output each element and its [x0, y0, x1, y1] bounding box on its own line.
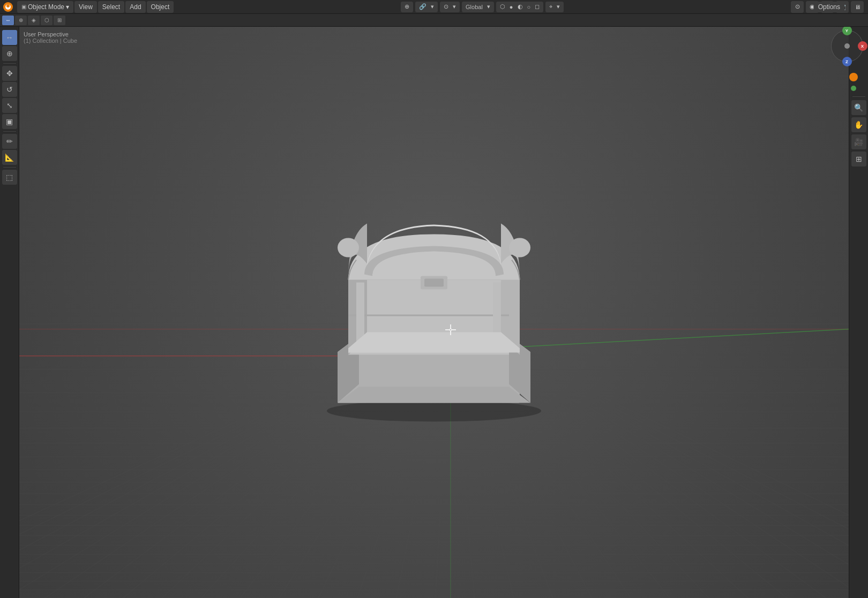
- global-dropdown[interactable]: ▾: [485, 3, 492, 10]
- global-label-btn[interactable]: Global: [464, 4, 484, 10]
- snap-dropdown[interactable]: ▾: [429, 3, 436, 10]
- transform-tool-btn[interactable]: ▣: [2, 114, 17, 129]
- pan-btn[interactable]: ✋: [851, 117, 866, 132]
- nav-gizmo-container: Y X Z: [831, 30, 869, 67]
- annotate-tool-btn[interactable]: ✏: [2, 134, 17, 149]
- viewport-tabs: ↔ ⊕ ◈ ⬡ ⊞: [0, 14, 868, 27]
- gizmo-control: ⌖ ▾: [545, 2, 564, 12]
- gizmo-btn[interactable]: ⌖: [548, 3, 554, 10]
- crosshair-cursor: [445, 324, 456, 335]
- shading-rendered-btn[interactable]: ○: [526, 4, 533, 10]
- shading-material-btn[interactable]: ◐: [516, 3, 525, 10]
- overlay-btn[interactable]: ⬡: [498, 3, 507, 10]
- nav-y-axis[interactable]: Y: [842, 26, 852, 35]
- top-bar: ▣ Object Mode ▾ View Select Add Object ⊕…: [0, 0, 868, 14]
- tab-icon-5[interactable]: ⊞: [54, 16, 65, 25]
- nav-center: [844, 43, 850, 49]
- snap-control: 🔗 ▾: [415, 2, 438, 12]
- svg-marker-21: [348, 332, 520, 352]
- right-sep-1: [852, 96, 865, 97]
- svg-point-18: [338, 238, 359, 257]
- shading-wireframe-btn[interactable]: ◻: [533, 3, 541, 10]
- global-transform-control: Global ▾: [462, 2, 494, 12]
- svg-point-2: [6, 4, 10, 7]
- proportional-btn[interactable]: ⊙: [442, 3, 450, 10]
- svg-rect-17: [424, 278, 444, 286]
- top-bar-left: ▣ Object Mode ▾ View Select Add Object: [0, 1, 174, 13]
- tab-select-icon[interactable]: ↔: [2, 16, 14, 25]
- proportional-dropdown[interactable]: ▾: [451, 3, 458, 10]
- nav-gizmo[interactable]: Y X Z: [831, 30, 863, 62]
- options-btn[interactable]: Options: [814, 2, 844, 12]
- viewport[interactable]: User Perspective (1) Collection | Cube: [19, 27, 849, 598]
- blender-logo[interactable]: [2, 1, 14, 13]
- measure-tool-btn[interactable]: 📐: [2, 150, 17, 165]
- svg-point-19: [509, 238, 530, 257]
- svg-point-26: [450, 329, 452, 331]
- menu-add[interactable]: Add: [125, 1, 145, 13]
- select-tool-btn[interactable]: ↔: [2, 30, 17, 45]
- right-toolbar: Y X Z 🔍 ✋ 🎥 ⊞: [849, 27, 868, 598]
- mode-icon: ▣: [21, 4, 26, 10]
- snap-icon[interactable]: 🔗: [417, 3, 428, 10]
- output-btn[interactable]: 🖥: [851, 1, 864, 13]
- pivot-control: ⊕: [401, 2, 413, 12]
- zoom-in-btn[interactable]: 🔍: [851, 100, 866, 115]
- tool-separator-2: [3, 131, 16, 132]
- camera-btn[interactable]: 🎥: [851, 134, 866, 149]
- menu-select[interactable]: Select: [98, 1, 124, 13]
- add-object-tool-btn[interactable]: ⬚: [2, 170, 17, 185]
- scale-tool-btn[interactable]: ⤡: [2, 98, 17, 113]
- left-toolbar: ↔ ⊕ ✥ ↺ ⤡ ▣ ✏ 📐 ⬚: [0, 27, 19, 598]
- nav-z-axis[interactable]: Z: [842, 57, 852, 66]
- gizmo-dropdown[interactable]: ▾: [555, 3, 562, 10]
- tool-separator-1: [3, 63, 16, 64]
- chest-model: [305, 196, 563, 428]
- render-dot[interactable]: [849, 73, 858, 81]
- mode-chevron: ▾: [66, 3, 69, 11]
- move-tool-btn[interactable]: ✥: [2, 66, 17, 81]
- shading-solid-btn[interactable]: ●: [508, 4, 515, 10]
- object-mode-dropdown[interactable]: ▣ Object Mode ▾: [17, 1, 73, 13]
- menu-view[interactable]: View: [74, 1, 97, 13]
- tab-icon-2[interactable]: ⊕: [15, 16, 27, 25]
- rotate-tool-btn[interactable]: ↺: [2, 82, 17, 97]
- nav-x-axis[interactable]: X: [858, 41, 867, 51]
- overlay-control: ⬡ ● ◐ ○ ◻: [496, 2, 543, 12]
- perspective-label: User Perspective: [24, 31, 77, 37]
- menu-object[interactable]: Object: [147, 1, 174, 13]
- cursor-tool-btn[interactable]: ⊕: [2, 46, 17, 61]
- tab-icon-4[interactable]: ⬡: [41, 16, 53, 25]
- scene-btn[interactable]: ⊙: [791, 1, 804, 13]
- tab-icon-3[interactable]: ◈: [28, 16, 40, 25]
- mode-label: Object Mode: [28, 3, 64, 11]
- viewport-info: User Perspective (1) Collection | Cube: [24, 31, 77, 44]
- grid-btn[interactable]: ⊞: [851, 152, 866, 166]
- svg-marker-8: [338, 387, 530, 403]
- viewport-dot[interactable]: [851, 86, 856, 91]
- collection-label: (1) Collection | Cube: [24, 37, 77, 44]
- top-bar-right: ⊙ ◉ 🌐 📷 🖥 Options: [791, 1, 868, 13]
- tool-separator-3: [3, 167, 16, 168]
- svg-rect-13: [348, 314, 509, 316]
- pivot-btn[interactable]: ⊕: [403, 3, 411, 10]
- proportional-control: ⊙ ▾: [440, 2, 460, 12]
- top-bar-center: ⊕ 🔗 ▾ ⊙ ▾ Global ▾ ⬡ ● ◐ ○ ◻ ⌖: [174, 2, 791, 12]
- svg-point-3: [327, 400, 541, 421]
